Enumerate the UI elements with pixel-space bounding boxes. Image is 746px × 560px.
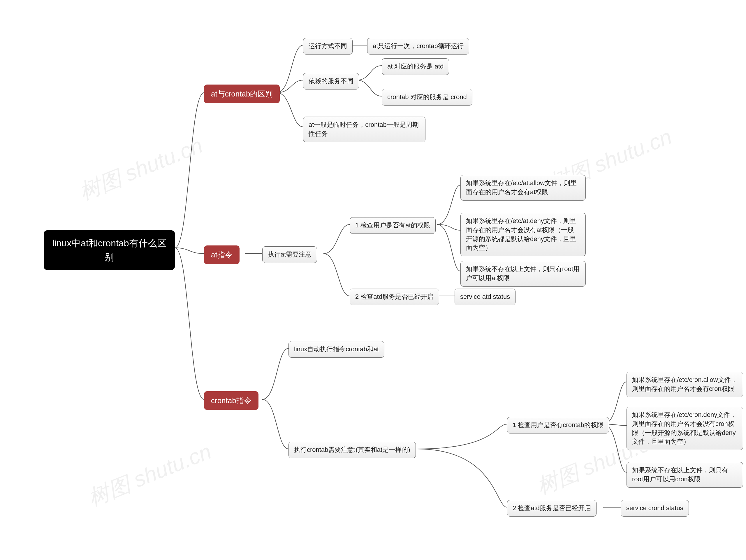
branch-diff: at与crontab的区别 (204, 85, 280, 103)
branch-at: at指令 (204, 246, 239, 264)
cron-service-cmd-label: service crond status (626, 504, 683, 513)
root-label: linux中at和crontab有什么区别 (52, 236, 167, 264)
cron-perm-allow-label: 如果系统里存在/etc/cron.allow文件，则里面存在的用户名才会有cro… (632, 375, 738, 394)
diff-service: 依赖的服务不同 (303, 73, 359, 89)
diff-temp-periodic-label: at一般是临时任务，crontab一般是周期性任务 (309, 120, 420, 138)
branch-diff-label: at与crontab的区别 (211, 89, 273, 99)
cron-check-perm: 1 检查用户是否有crontab的权限 (507, 417, 609, 433)
cron-perm-deny-label: 如果系统里存在/etc/cron.deny文件，则里面存在的用户名才会没有cro… (632, 411, 738, 446)
at-perm-deny-label: 如果系统里存在/etc/at.deny文件，则里面存在的用户名才会没有at权限（… (466, 217, 580, 252)
at-perm-deny: 如果系统里存在/etc/at.deny文件，则里面存在的用户名才会没有at权限（… (460, 213, 586, 256)
diff-run-mode: 运行方式不同 (303, 38, 353, 55)
at-check-service: 2 检查atd服务是否已经开启 (350, 288, 439, 305)
cron-check-perm-label: 1 检查用户是否有crontab的权限 (513, 421, 603, 430)
cron-auto: linux自动执行指令crontab和at (288, 341, 384, 358)
cron-check-service-label: 2 检查atd服务是否已经开启 (513, 504, 591, 513)
root-node: linux中at和crontab有什么区别 (44, 230, 175, 270)
at-check-service-label: 2 检查atd服务是否已经开启 (355, 292, 434, 302)
diff-service-at-label: at 对应的服务是 atd (387, 62, 443, 71)
branch-cron-label: crontab指令 (211, 395, 252, 406)
diff-service-cron: crontab 对应的服务是 crond (382, 89, 472, 106)
at-service-cmd: service atd status (455, 288, 516, 305)
at-service-cmd-label: service atd status (460, 292, 510, 302)
diff-run-mode-detail-label: at只运行一次，crontab循环运行 (373, 42, 464, 51)
diff-service-at: at 对应的服务是 atd (382, 58, 449, 75)
diff-run-mode-label: 运行方式不同 (309, 42, 347, 51)
branch-cron: crontab指令 (204, 391, 258, 410)
cron-perm-deny: 如果系统里存在/etc/cron.deny文件，则里面存在的用户名才会没有cro… (627, 407, 743, 450)
diff-service-label: 依赖的服务不同 (309, 77, 353, 86)
cron-perm-root: 如果系统不存在以上文件，则只有root用户可以用cron权限 (627, 462, 743, 488)
at-notes: 执行at需要注意 (262, 246, 317, 263)
at-check-perm-label: 1 检查用户是否有at的权限 (355, 221, 430, 230)
at-notes-label: 执行at需要注意 (268, 250, 312, 259)
cron-check-service: 2 检查atd服务是否已经开启 (507, 500, 597, 516)
diff-service-cron-label: crontab 对应的服务是 crond (387, 93, 467, 102)
diff-run-mode-detail: at只运行一次，crontab循环运行 (367, 38, 469, 55)
at-perm-allow: 如果系统里存在/etc/at.allow文件，则里面存在的用户名才会有at权限 (460, 175, 586, 201)
cron-auto-label: linux自动执行指令crontab和at (294, 345, 379, 354)
cron-perm-root-label: 如果系统不存在以上文件，则只有root用户可以用cron权限 (632, 466, 738, 484)
watermark: 树图 shutu.cn (75, 131, 207, 207)
at-perm-allow-label: 如果系统里存在/etc/at.allow文件，则里面存在的用户名才会有at权限 (466, 179, 580, 197)
cron-notes: 执行crontab需要注意:(其实和at是一样的) (288, 442, 416, 458)
at-check-perm: 1 检查用户是否有at的权限 (350, 217, 436, 234)
at-perm-root-label: 如果系统不存在以上文件，则只有root用户可以用at权限 (466, 265, 580, 283)
watermark: 树图 shutu.cn (84, 437, 216, 513)
diff-temp-periodic: at一般是临时任务，crontab一般是周期性任务 (303, 117, 426, 142)
cron-service-cmd: service crond status (621, 500, 689, 516)
cron-notes-label: 执行crontab需要注意:(其实和at是一样的) (294, 445, 410, 454)
branch-at-label: at指令 (211, 250, 233, 260)
at-perm-root: 如果系统不存在以上文件，则只有root用户可以用at权限 (460, 261, 586, 286)
cron-perm-allow: 如果系统里存在/etc/cron.allow文件，则里面存在的用户名才会有cro… (627, 372, 743, 397)
